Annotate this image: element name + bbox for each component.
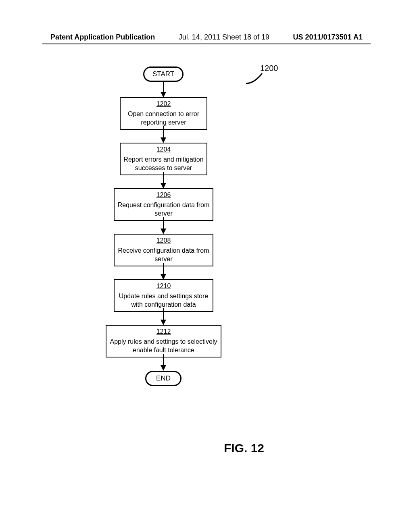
figure-label: FIG. 12	[224, 441, 264, 455]
step-1206: 1206 Request configuration data from ser…	[114, 188, 213, 221]
svg-marker-3	[161, 137, 166, 143]
step-text: Open connection to error reporting serve…	[128, 110, 199, 126]
step-text: Receive configuration data from server	[118, 247, 209, 262]
arrow-icon	[159, 172, 167, 190]
svg-marker-7	[161, 229, 166, 234]
header-left: Patent Application Publication	[50, 33, 155, 42]
start-terminal: START	[143, 66, 184, 82]
svg-marker-9	[161, 274, 166, 280]
step-ref: 1210	[115, 282, 213, 291]
step-ref: 1204	[121, 145, 206, 154]
arrow-icon	[159, 354, 167, 372]
svg-marker-1	[161, 92, 166, 98]
step-text: Apply rules and settings to selectively …	[110, 338, 217, 353]
header-right: US 2011/0173501 A1	[293, 33, 363, 42]
end-terminal: END	[145, 371, 181, 386]
step-text: Report errors and mitigation successes t…	[123, 156, 203, 171]
header-rule	[42, 44, 371, 44]
arrow-icon	[159, 217, 167, 235]
arrow-icon	[159, 263, 167, 281]
step-text: Request configuration data from server	[118, 202, 210, 217]
step-ref: 1206	[115, 191, 213, 200]
arrow-icon	[159, 308, 167, 326]
step-1202: 1202 Open connection to error reporting …	[120, 97, 207, 130]
step-ref: 1212	[106, 328, 221, 336]
step-1212: 1212 Apply rules and settings to selecti…	[106, 325, 221, 357]
page-header: Patent Application Publication Jul. 14, …	[0, 33, 413, 42]
step-ref: 1202	[121, 100, 206, 108]
step-1204: 1204 Report errors and mitigation succes…	[120, 143, 207, 175]
step-text: Update rules and settings store with con…	[119, 293, 208, 308]
arrow-icon	[159, 81, 167, 99]
arrow-icon	[159, 126, 167, 144]
header-center: Jul. 14, 2011 Sheet 18 of 19	[179, 33, 269, 42]
step-ref: 1208	[115, 237, 213, 245]
step-1208: 1208 Receive configuration data from ser…	[114, 234, 213, 266]
step-1210: 1210 Update rules and settings store wit…	[114, 279, 213, 312]
svg-marker-13	[161, 365, 166, 371]
svg-marker-5	[161, 183, 166, 189]
reference-hook-icon	[244, 71, 274, 85]
svg-marker-11	[161, 320, 166, 325]
